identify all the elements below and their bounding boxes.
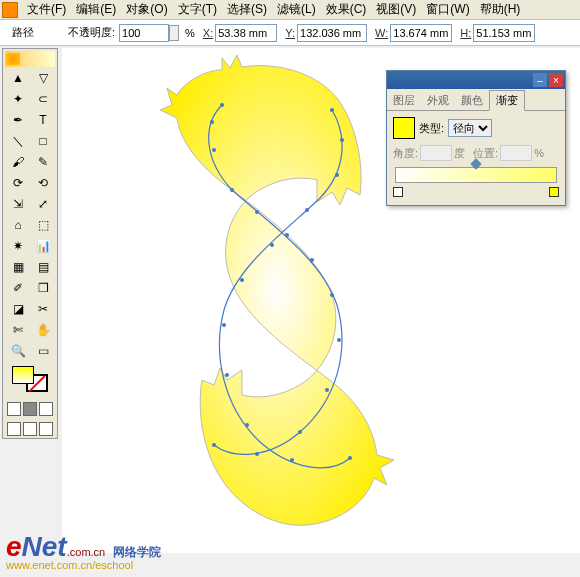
gradient-preview-swatch[interactable] [393,117,415,139]
none-mode-icon[interactable] [39,402,53,416]
opacity-label: 不透明度: [68,25,115,40]
color-swatches [5,366,55,436]
svg-point-8 [337,338,341,342]
h-input[interactable] [473,24,535,42]
screen-full-icon[interactable] [23,422,37,436]
svg-point-7 [330,293,334,297]
scale-tool[interactable]: ⇲ [6,194,30,214]
paintbrush-tool[interactable]: 🖌 [6,152,30,172]
gradient-stop-left[interactable] [393,187,403,197]
svg-point-1 [210,120,214,124]
menu-view[interactable]: 视图(V) [376,1,416,18]
line-tool[interactable]: ＼ [6,131,30,151]
menu-help[interactable]: 帮助(H) [480,1,521,18]
panel-titlebar[interactable]: – × [387,71,565,89]
tab-color[interactable]: 颜色 [455,91,489,110]
blend-tool[interactable]: ❐ [31,278,55,298]
opacity-input[interactable] [119,24,169,42]
page-tool[interactable]: ▭ [31,341,55,361]
magic-wand-tool[interactable]: ✦ [6,89,30,109]
menu-object[interactable]: 对象(O) [126,1,167,18]
svg-point-18 [240,278,244,282]
svg-point-2 [212,148,216,152]
pencil-tool[interactable]: ✎ [31,152,55,172]
screen-present-icon[interactable] [39,422,53,436]
svg-point-13 [330,108,334,112]
zoom-tool[interactable]: 🔍 [6,341,30,361]
fill-swatch[interactable] [12,366,34,384]
svg-point-9 [325,388,329,392]
tool-grid: ▲▽✦⊂✒T＼□🖌✎⟳⟲⇲⤢⌂⬚✷📊▦▤✐❐◪✂✄✋🔍▭ [5,67,55,362]
scissors-tool[interactable]: ✄ [6,320,30,340]
svg-point-10 [298,430,302,434]
reflect-tool[interactable]: ⟲ [31,173,55,193]
svg-point-3 [230,188,234,192]
svg-point-19 [222,323,226,327]
tool-name-label: 路径 [12,25,60,40]
warp-tool[interactable]: ⌂ [6,215,30,235]
tab-gradient[interactable]: 渐变 [489,90,525,111]
mesh-tool[interactable]: ▦ [6,257,30,277]
menu-window[interactable]: 窗口(W) [426,1,469,18]
svg-point-15 [335,173,339,177]
pen-tool[interactable]: ✒ [6,110,30,130]
gradient-type-select[interactable]: 径向 [448,119,492,137]
gradient-tool[interactable]: ▤ [31,257,55,277]
svg-point-6 [310,258,314,262]
position-input[interactable] [500,145,532,161]
position-unit: % [534,147,544,159]
tab-appearance[interactable]: 外观 [421,91,455,110]
type-tool[interactable]: T [31,110,55,130]
menu-file[interactable]: 文件(F) [27,1,66,18]
w-input[interactable] [390,24,452,42]
menu-bar: 文件(F) 编辑(E) 对象(O) 文字(T) 选择(S) 滤镜(L) 效果(C… [0,0,580,20]
svg-point-23 [348,456,352,460]
color-mode-icon[interactable] [7,402,21,416]
toolbox-header[interactable] [5,51,55,67]
gradient-stop-right[interactable] [549,187,559,197]
svg-point-20 [225,373,229,377]
direct-selection-tool[interactable]: ▽ [31,68,55,88]
menu-effect[interactable]: 效果(C) [326,1,367,18]
watermark: eNet.com.cn 网络学院 www.enet.com.cn/eschool [6,531,161,571]
symbol-sprayer-tool[interactable]: ✷ [6,236,30,256]
rectangle-tool[interactable]: □ [31,131,55,151]
svg-point-14 [340,138,344,142]
angle-unit: 度 [454,146,465,161]
menu-select[interactable]: 选择(S) [227,1,267,18]
tab-layers[interactable]: 图层 [387,91,421,110]
eyedropper-tool[interactable]: ✐ [6,278,30,298]
options-bar: 路径 不透明度: % X: Y: W: H: [0,20,580,46]
free-transform-tool[interactable]: ⬚ [31,215,55,235]
watermark-e: e [6,531,22,562]
s-letter-artwork[interactable] [142,50,402,540]
graph-tool[interactable]: 📊 [31,236,55,256]
live-paint-tool[interactable]: ◪ [6,299,30,319]
panel-minimize-button[interactable]: – [533,73,547,87]
selection-tool[interactable]: ▲ [6,68,30,88]
gradient-panel: – × 图层 外观 颜色 渐变 类型: 径向 角度: 度 位置: % [386,70,566,206]
svg-point-21 [245,423,249,427]
rotate-tool[interactable]: ⟳ [6,173,30,193]
gradient-mode-icon[interactable] [23,402,37,416]
screen-normal-icon[interactable] [7,422,21,436]
hand-tool[interactable]: ✋ [31,320,55,340]
menu-type[interactable]: 文字(T) [178,1,217,18]
lasso-tool[interactable]: ⊂ [31,89,55,109]
x-label: X: [203,27,213,39]
slice-tool[interactable]: ✂ [31,299,55,319]
y-input[interactable] [297,24,367,42]
svg-point-22 [290,458,294,462]
w-label: W: [375,27,388,39]
gradient-slider[interactable] [395,167,557,183]
type-label: 类型: [419,121,444,136]
angle-input[interactable] [420,145,452,161]
panel-close-button[interactable]: × [549,73,563,87]
toolbox-panel: ▲▽✦⊂✒T＼□🖌✎⟳⟲⇲⤢⌂⬚✷📊▦▤✐❐◪✂✄✋🔍▭ [2,48,58,439]
opacity-stepper[interactable] [169,25,179,41]
opacity-unit: % [185,27,195,39]
shear-tool[interactable]: ⤢ [31,194,55,214]
x-input[interactable] [215,24,277,42]
menu-filter[interactable]: 滤镜(L) [277,1,316,18]
menu-edit[interactable]: 编辑(E) [76,1,116,18]
